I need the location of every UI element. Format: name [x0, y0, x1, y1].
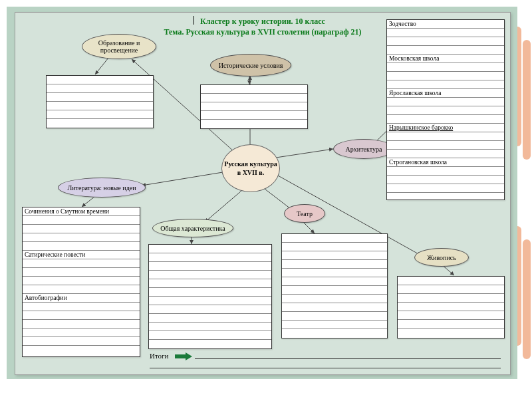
node-general: Общая характеристика — [152, 219, 233, 237]
svg-line-5 — [205, 191, 241, 222]
box-literature: Сочинения о Смутном времени Сатирические… — [22, 207, 140, 357]
lit-header-2: Сатирические повести — [23, 251, 140, 259]
footer-line-1 — [195, 358, 501, 359]
box-education — [46, 75, 154, 128]
footer-line-2 — [150, 368, 501, 368]
node-education: Образование и просвещение — [82, 34, 156, 59]
node-literature: Литература: новые идеи — [58, 178, 146, 198]
arch-header-1: Зодчество — [387, 20, 504, 29]
svg-line-7 — [95, 58, 108, 74]
svg-line-3 — [142, 172, 223, 186]
lit-header-3: Автобиографии — [23, 294, 140, 303]
arch-header-3: Ярославская школа — [387, 89, 504, 98]
node-architecture: Архитектура — [333, 139, 394, 159]
svg-marker-14 — [175, 352, 192, 360]
lit-header-1: Сочинения о Смутном времени — [23, 207, 140, 216]
box-painting — [397, 276, 505, 338]
arch-header-2: Московская школа — [387, 55, 504, 63]
svg-line-2 — [276, 149, 333, 158]
central-node: Русская культура в XVII в. — [221, 144, 280, 192]
footer-arrow-icon — [175, 352, 192, 361]
node-theatre: Театр — [284, 204, 325, 223]
box-theatre — [281, 233, 388, 338]
box-general — [148, 244, 272, 349]
cluster-sheet: Кластер к уроку истории. 10 класс Тема. … — [15, 12, 511, 375]
node-conditions: Исторические условия — [210, 54, 291, 76]
box-architecture: Зодчество Московская школа Ярославская ш… — [386, 19, 505, 200]
svg-line-11 — [303, 221, 315, 233]
footer-label: Итоги — [150, 352, 169, 360]
node-painting: Живопись — [414, 248, 469, 267]
arch-header-5: Строгановская школа — [387, 158, 504, 167]
box-conditions — [200, 84, 308, 129]
arch-header-4: Нарышкинское барокко — [387, 124, 504, 132]
